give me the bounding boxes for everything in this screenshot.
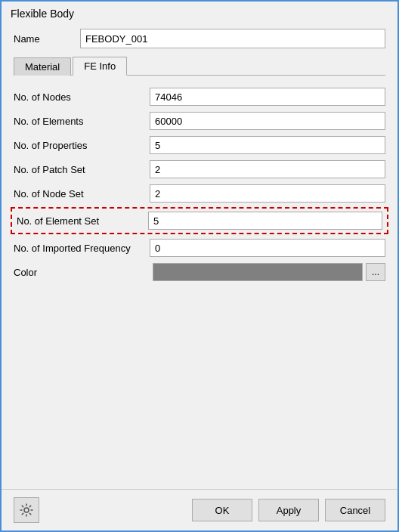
field-row-num-node-set: No. of Node Set (14, 181, 385, 206)
settings-icon-button[interactable] (14, 497, 39, 523)
field-row-num-patch-set: No. of Patch Set (14, 157, 385, 181)
dialog-body: Name Material FE Info No. of Nodes No. o… (2, 23, 397, 489)
field-label-num-patch-set: No. of Patch Set (14, 164, 150, 175)
field-label-num-properties: No. of Properties (14, 140, 150, 151)
field-input-num-node-set[interactable] (150, 184, 385, 203)
field-input-num-elements[interactable] (150, 112, 385, 130)
name-row: Name (14, 29, 385, 48)
ok-button[interactable]: OK (192, 499, 252, 521)
field-label-num-imported-freq: No. of Imported Frequency (14, 243, 150, 254)
field-row-num-properties: No. of Properties (14, 133, 385, 157)
field-row-num-nodes: No. of Nodes (14, 85, 385, 109)
field-input-num-patch-set[interactable] (150, 160, 385, 178)
color-swatch[interactable] (153, 263, 363, 281)
name-input[interactable] (80, 29, 385, 48)
flexible-body-dialog: Flexible Body Name Material FE Info No. … (0, 0, 399, 532)
color-picker-button[interactable]: ... (366, 263, 385, 281)
color-row: Color ... (14, 260, 385, 284)
field-input-num-element-set[interactable] (148, 212, 382, 230)
color-label: Color (14, 267, 150, 278)
field-row-num-imported-freq: No. of Imported Frequency (14, 236, 385, 260)
tabs-row: Material FE Info (14, 56, 385, 76)
dialog-title: Flexible Body (2, 2, 397, 23)
dialog-footer: OK Apply Cancel (2, 489, 397, 530)
tab-fe-info[interactable]: FE Info (73, 57, 127, 76)
field-input-num-imported-freq[interactable] (150, 239, 385, 257)
svg-point-0 (24, 508, 29, 512)
field-row-num-elements: No. of Elements (14, 109, 385, 133)
tab-content-fe-info: No. of Nodes No. of Elements No. of Prop… (14, 85, 385, 284)
field-label-num-elements: No. of Elements (14, 116, 150, 127)
tab-material[interactable]: Material (14, 57, 71, 76)
field-label-num-node-set: No. of Node Set (14, 188, 150, 200)
cancel-button[interactable]: Cancel (325, 499, 385, 521)
settings-icon (19, 503, 34, 518)
apply-button[interactable]: Apply (258, 499, 319, 521)
field-label-num-element-set: No. of Element Set (17, 215, 148, 227)
name-label: Name (14, 33, 74, 45)
field-input-num-nodes[interactable] (150, 88, 385, 106)
field-label-num-nodes: No. of Nodes (14, 91, 150, 103)
field-row-num-element-set-highlighted: No. of Element Set (11, 207, 388, 234)
field-input-num-properties[interactable] (150, 136, 385, 154)
